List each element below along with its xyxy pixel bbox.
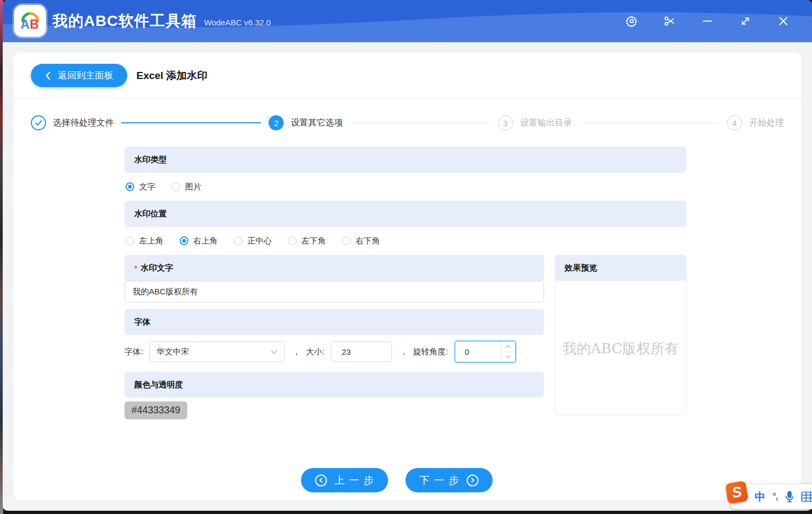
preview-watermark-text: 我的ABC版权所有 — [562, 339, 678, 358]
radio-label: 右上角 — [193, 236, 218, 246]
radio-icon — [288, 236, 297, 245]
step-start-process: 4 开始处理 — [727, 115, 784, 130]
ime-mic-button[interactable] — [785, 491, 794, 503]
step-number: 2 — [269, 115, 284, 130]
previous-step-label: 上一步 — [335, 473, 378, 487]
chevron-down-icon — [271, 350, 278, 354]
font-family-select[interactable]: 华文中宋 — [149, 341, 285, 362]
watermark-text-input[interactable] — [125, 281, 544, 302]
close-button[interactable] — [764, 0, 802, 42]
section-title: 水印文字 — [141, 263, 173, 273]
font-size-label: 大小: — [306, 347, 324, 357]
radio-image-watermark[interactable]: 图片 — [172, 182, 201, 192]
color-opacity-header: 颜色与透明度 — [125, 372, 544, 398]
radio-icon — [234, 236, 243, 245]
maximize-button[interactable] — [726, 0, 764, 42]
sogou-logo-icon[interactable]: S — [725, 480, 748, 504]
preview-column: 效果预览 我的ABC版权所有 — [555, 255, 686, 423]
color-value-chip[interactable]: #44333349 — [125, 401, 187, 419]
app-version: WodeABC v6.32.0 — [204, 18, 271, 27]
scissors-icon — [663, 15, 676, 28]
spin-down-button[interactable] — [501, 352, 515, 363]
step-output-dir: 3 设置输出目录 — [498, 115, 572, 130]
watermark-position-header: 水印位置 — [125, 201, 686, 227]
section-title: 字体 — [134, 317, 150, 327]
radio-icon — [126, 236, 134, 245]
chevron-down-icon — [506, 355, 511, 359]
radio-label: 左下角 — [302, 236, 326, 246]
step-number: 3 — [498, 115, 513, 130]
radio-text-watermark[interactable]: 文字 — [126, 182, 155, 192]
svg-text:A: A — [21, 17, 30, 31]
radio-top-left[interactable]: 左上角 — [126, 236, 163, 246]
radio-bottom-right[interactable]: 右下角 — [342, 236, 380, 246]
next-step-label: 下一步 — [420, 473, 463, 487]
spin-up-button[interactable] — [501, 341, 515, 352]
circle-chevron-right-icon — [467, 475, 479, 486]
next-step-button[interactable]: 下一步 — [405, 468, 493, 492]
radio-bottom-left[interactable]: 左下角 — [288, 236, 326, 246]
step-connector — [121, 122, 261, 123]
watermark-text-header: * 水印文字 — [125, 255, 544, 281]
back-button-label: 返回到主面板 — [58, 69, 113, 82]
step-number: 4 — [727, 115, 742, 130]
radio-center[interactable]: 正中心 — [234, 236, 272, 246]
step-connector — [580, 123, 719, 123]
radio-top-right[interactable]: 右上角 — [180, 236, 218, 246]
chevron-up-icon — [506, 345, 511, 348]
maximize-icon — [739, 15, 751, 27]
previous-step-button[interactable]: 上一步 — [301, 468, 388, 492]
font-size-input[interactable] — [331, 341, 392, 362]
app-title: 我的ABC软件工具箱 — [53, 11, 197, 31]
separator: ， — [400, 347, 408, 357]
main-card: 返回到主面板 Excel 添加水印 选择待处理文件 2 设置其它选项 3 设置输… — [14, 52, 801, 500]
titlebar: A B 我的ABC软件工具箱 WodeABC v6.32.0 — [3, 0, 812, 42]
font-header: 字体 — [125, 309, 544, 335]
app-window: A B 我的ABC软件工具箱 WodeABC v6.32.0 — [3, 0, 812, 511]
radio-icon — [342, 236, 351, 245]
section-title: 颜色与透明度 — [134, 380, 183, 390]
step-label: 设置其它选项 — [291, 117, 343, 129]
step-select-files: 选择待处理文件 — [31, 115, 114, 130]
font-family-value: 华文中宋 — [156, 347, 189, 357]
preview-header: 效果预览 — [555, 255, 686, 281]
minimize-button[interactable] — [689, 0, 726, 42]
step-set-options: 2 设置其它选项 — [269, 115, 343, 130]
section-title: 水印位置 — [134, 209, 167, 219]
screenshot-button[interactable] — [651, 0, 689, 42]
step-label: 开始处理 — [749, 117, 784, 129]
step-done-check-icon — [31, 115, 46, 130]
radio-label: 图片 — [185, 182, 201, 192]
preview-panel: 我的ABC版权所有 — [555, 281, 686, 415]
radio-icon — [180, 236, 188, 245]
app-logo: A B — [14, 5, 46, 37]
watermark-position-options: 左上角 右上角 正中心 左下角 右下角 — [125, 227, 686, 255]
color-chip-row: #44333349 — [125, 398, 544, 423]
radio-label: 左上角 — [139, 236, 163, 246]
section-title: 水印类型 — [134, 155, 167, 165]
rotation-angle-input[interactable] — [455, 341, 501, 362]
svg-text:B: B — [30, 17, 39, 31]
ime-language-toggle[interactable]: 中 — [755, 490, 765, 504]
settings-button[interactable] — [613, 0, 651, 42]
rotation-angle-label: 旋转角度: — [413, 347, 448, 357]
spinner-buttons — [501, 341, 515, 362]
radio-label: 右下角 — [356, 236, 380, 246]
step-connector — [350, 123, 490, 123]
ime-punctuation-toggle[interactable]: °, — [772, 491, 778, 502]
watermark-settings-column: * 水印文字 字体 字体: 华文中宋 — [125, 255, 544, 423]
ime-keyboard-button[interactable] — [801, 491, 812, 502]
font-label: 字体: — [125, 347, 143, 357]
section-title: 效果预览 — [565, 263, 597, 273]
radio-label: 文字 — [139, 182, 155, 192]
wizard-footer: 上一步 下一步 — [14, 468, 780, 492]
card-header: 返回到主面板 Excel 添加水印 — [14, 52, 801, 99]
back-to-dashboard-button[interactable]: 返回到主面板 — [31, 64, 127, 87]
step-indicator: 选择待处理文件 2 设置其它选项 3 设置输出目录 4 开始处理 — [14, 99, 801, 147]
rotation-angle-spinner — [455, 341, 516, 363]
window-controls — [613, 0, 802, 42]
watermark-type-options: 文字 图片 — [125, 173, 686, 201]
font-settings-row: 字体: 华文中宋 ， 大小: ， 旋转角度: — [125, 335, 544, 368]
ime-toolbar: S 中 °, — [731, 484, 812, 509]
chevron-left-icon — [45, 71, 51, 81]
